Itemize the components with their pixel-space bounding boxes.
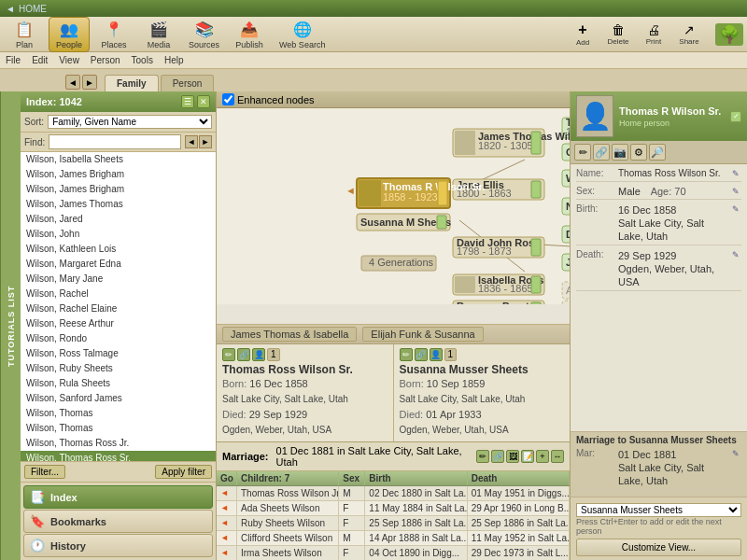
menu-sources[interactable]: 📚 Sources	[183, 18, 225, 51]
person-william-ellis[interactable]: William Ellis	[562, 170, 570, 187]
name-list-item[interactable]: Wilson, Mary Jane	[21, 272, 216, 287]
rp-link-icon[interactable]: 🔗	[593, 144, 610, 161]
name-list-item[interactable]: Wilson, Reese Arthur	[21, 316, 216, 331]
name-list-item[interactable]: Wilson, James Brigham	[21, 167, 216, 182]
person2-photo-icon[interactable]: 👤	[430, 348, 443, 361]
nav-forward[interactable]: ►	[82, 75, 97, 90]
menu-websearch[interactable]: 🌐 Web Search	[274, 18, 331, 51]
add-mother-button[interactable]: Add Mother	[562, 301, 570, 304]
name-list-item[interactable]: Wilson, Rachel	[21, 287, 216, 301]
add-father-button[interactable]: Add Father	[562, 282, 570, 299]
child-row[interactable]: ◄ Ruby Sheets Wilson F 25 Sep 1886 in Sa…	[217, 516, 570, 531]
help-menu[interactable]: Help	[164, 55, 184, 65]
person-jane-stocks[interactable]: Jane Stocks	[562, 254, 570, 271]
name-list-item[interactable]: Wilson, Sanford James	[21, 391, 216, 406]
person-david-ross[interactable]: David Ross	[562, 226, 570, 243]
rp-edit-icon[interactable]: ✏	[574, 144, 591, 161]
name-list-item[interactable]: Wilson, Thomas Ross Jr.	[21, 436, 216, 451]
child-go[interactable]: ◄	[217, 501, 237, 515]
marriage-photo-icon[interactable]: 🖼	[506, 450, 519, 463]
marriage-tab-james-isabella[interactable]: James Thomas & Isabella	[222, 327, 357, 342]
name-list-item[interactable]: Wilson, Isabella Sheets	[21, 152, 216, 167]
share-button[interactable]: ↗ Share	[674, 22, 704, 46]
menu-plan[interactable]: 📋 Plan	[4, 18, 45, 51]
menu-media[interactable]: 🎬 Media	[138, 18, 179, 51]
nav-back[interactable]: ◄	[65, 75, 80, 90]
tree-nav-arrow[interactable]: ◄	[345, 185, 356, 196]
marriage-link-icon[interactable]: 🔗	[491, 450, 504, 463]
person-rossana-prunta[interactable]: Rossana Prunta 1800 - 1847	[453, 301, 544, 304]
person-isabella-ross[interactable]: Isabella Ross 1836 - 1865	[453, 274, 544, 295]
person-menu[interactable]: Person	[91, 55, 120, 65]
marriage-detail-edit[interactable]: ✎	[730, 448, 741, 459]
view-menu[interactable]: View	[59, 55, 79, 65]
child-row[interactable]: ◄ Clifford Sheets Wilson M 14 Apr 1888 i…	[217, 531, 570, 546]
field-birth-edit[interactable]: ✎	[730, 203, 741, 215]
name-list-item[interactable]: Wilson, Rondo	[21, 331, 216, 346]
rp-photo-icon[interactable]: 📷	[612, 144, 628, 161]
name-list-item[interactable]: Wilson, Rula Sheets	[21, 376, 216, 391]
add-button[interactable]: + Add	[568, 21, 598, 47]
child-row[interactable]: ◄ Irma Sheets Wilson F 04 Oct 1890 in Di…	[217, 546, 570, 560]
index-button[interactable]: 📑 Index	[23, 485, 213, 509]
rp-settings-icon[interactable]: ⚙	[630, 144, 647, 161]
field-name-edit[interactable]: ✎	[730, 168, 741, 179]
tab-person[interactable]: Person	[161, 75, 215, 91]
marriage-spouse-icon[interactable]: ↔	[551, 450, 564, 463]
person-nancy-agnes-jones[interactable]: Nancy Agnes Jones	[562, 198, 570, 215]
field-death-edit[interactable]: ✎	[730, 249, 741, 260]
marriage-add-icon[interactable]: +	[536, 450, 549, 463]
marriage-notes-icon[interactable]: 📝	[521, 450, 534, 463]
name-list-item[interactable]: Wilson, John	[21, 227, 216, 242]
menu-people[interactable]: 👥 People	[49, 17, 90, 52]
print-button[interactable]: 🖨 Print	[639, 22, 669, 46]
find-prev[interactable]: ◄	[185, 135, 198, 148]
name-list-item[interactable]: Wilson, Ross Talmage	[21, 346, 216, 361]
person-susanna-m-sheets[interactable]: Susanna M Sheets	[357, 214, 451, 231]
delete-button[interactable]: 🗑 Delete	[603, 22, 633, 46]
tools-menu[interactable]: Tools	[132, 55, 153, 65]
generations-button[interactable]: 4 Generations	[361, 256, 436, 271]
sort-select[interactable]: Family, Given Name	[48, 115, 212, 129]
person1-photo-icon[interactable]: 👤	[252, 348, 265, 361]
marriage-tab-elijah-susanna[interactable]: Elijah Funk & Susanna	[362, 327, 483, 342]
menu-publish[interactable]: 📤 Publish	[229, 18, 270, 51]
person1-link-icon[interactable]: 🔗	[237, 348, 250, 361]
child-go[interactable]: ◄	[217, 486, 237, 500]
name-list-item[interactable]: Wilson, Rachel Elaine	[21, 301, 216, 316]
name-list-item[interactable]: Wilson, Margaret Edna	[21, 257, 216, 272]
rp-search-icon[interactable]: 🔎	[649, 144, 666, 161]
tutorials-panel[interactable]: TUTORIALS LIST	[0, 91, 21, 560]
next-person-select[interactable]: Susanna Musser Sheets	[576, 503, 741, 517]
name-list-item[interactable]: Wilson, Thomas	[21, 421, 216, 436]
child-go[interactable]: ◄	[217, 546, 237, 560]
find-input[interactable]	[49, 134, 181, 149]
apply-filter-button[interactable]: Apply filter	[155, 465, 212, 479]
person2-edit-icon[interactable]: ✏	[400, 348, 413, 361]
person-james-thomas-wilson[interactable]: James Thomas Wilson 1820 - 1305	[453, 129, 570, 157]
name-list-item[interactable]: Wilson, Ruby Sheets	[21, 361, 216, 376]
name-list-item[interactable]: Wilson, Thomas Ross Sr.	[21, 451, 216, 461]
marriage-edit-icon[interactable]: ✏	[476, 450, 489, 463]
sidebar-menu-icon[interactable]: ☰	[181, 95, 194, 108]
enhanced-nodes-cb[interactable]: Enhanced nodes	[222, 93, 315, 105]
child-row[interactable]: ◄ Thomas Ross Wilson Jr. M 02 Dec 1880 i…	[217, 486, 570, 501]
file-menu[interactable]: File	[6, 55, 21, 65]
name-list-item[interactable]: Wilson, Jared	[21, 212, 216, 227]
bookmarks-button[interactable]: 🔖 Bookmarks	[23, 510, 213, 533]
tab-family[interactable]: Family	[105, 75, 159, 91]
person1-edit-icon[interactable]: ✏	[222, 348, 235, 361]
child-go[interactable]: ◄	[217, 531, 237, 545]
person2-link-icon[interactable]: 🔗	[415, 348, 428, 361]
person-catherine-jenkins[interactable]: Catherine Jenkins	[562, 144, 570, 161]
person-david-john-ross[interactable]: David John Ross 1798 - 1873	[453, 237, 544, 258]
field-sex-edit[interactable]: ✎	[730, 186, 741, 197]
name-list-item[interactable]: Wilson, James Thomas	[21, 197, 216, 212]
name-list-item[interactable]: Wilson, James Brigham	[21, 182, 216, 197]
name-list-item[interactable]: Wilson, Thomas	[21, 406, 216, 421]
find-next[interactable]: ►	[199, 135, 212, 148]
menu-places[interactable]: 📍 Places	[93, 18, 134, 51]
filter-button[interactable]: Filter...	[24, 465, 65, 479]
customize-view-button[interactable]: Customize View...	[576, 539, 741, 556]
child-go[interactable]: ◄	[217, 516, 237, 530]
